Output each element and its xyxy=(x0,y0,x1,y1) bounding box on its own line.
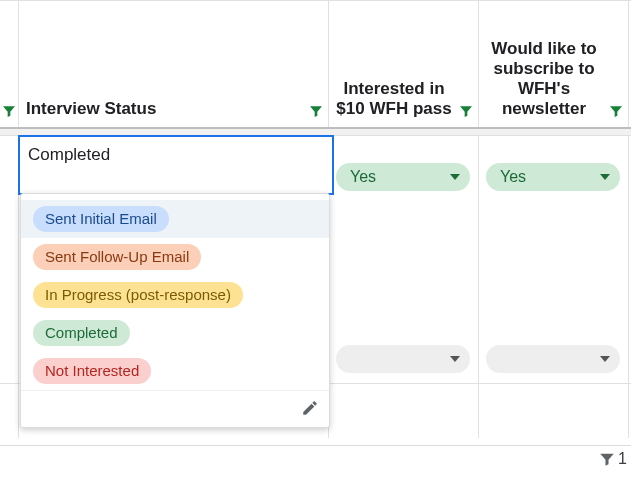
dropdown-options-panel: Sent Initial EmailSent Follow-Up EmailIn… xyxy=(20,193,330,428)
dropdown-chip[interactable]: Yes xyxy=(336,163,470,191)
chip-label: Yes xyxy=(500,168,526,186)
pencil-icon[interactable] xyxy=(301,399,319,417)
dropdown-chip[interactable]: Yes xyxy=(486,163,620,191)
filter-icon[interactable] xyxy=(608,103,624,119)
dropdown-list: Sent Initial EmailSent Follow-Up EmailIn… xyxy=(21,194,329,390)
header-cell-newsletter[interactable]: Would like to subscribe to WFH's newslet… xyxy=(478,1,629,127)
option-chip: In Progress (post-response) xyxy=(33,282,243,308)
row-leading-cell xyxy=(0,384,19,438)
chevron-down-icon xyxy=(450,174,460,180)
cell-wfh-pass[interactable]: Yes xyxy=(328,135,479,383)
chip-label: Yes xyxy=(350,168,376,186)
column-label: Would like to subscribe to WFH's newslet… xyxy=(482,39,606,119)
dropdown-option[interactable]: Completed xyxy=(21,314,329,352)
dropdown-option[interactable]: In Progress (post-response) xyxy=(21,276,329,314)
option-chip: Completed xyxy=(33,320,130,346)
dropdown-chip[interactable] xyxy=(486,345,620,373)
column-label: Interested in $10 WFH pass xyxy=(332,79,456,119)
column-label: Interview Status xyxy=(26,99,306,119)
spreadsheet-viewport: Interview Status Interested in $10 WFH p… xyxy=(0,0,631,501)
chevron-down-icon xyxy=(600,356,610,362)
cell-newsletter[interactable]: Yes xyxy=(478,135,629,383)
dropdown-option[interactable]: Sent Follow-Up Email xyxy=(21,238,329,276)
cell-input[interactable] xyxy=(20,137,348,169)
chevron-down-icon xyxy=(600,174,610,180)
active-cell-editor[interactable] xyxy=(18,135,334,195)
filtered-rows-count: 1 xyxy=(618,450,627,468)
filter-icon[interactable] xyxy=(598,450,616,468)
dropdown-footer xyxy=(21,390,329,427)
header-cell-wfh-pass[interactable]: Interested in $10 WFH pass xyxy=(328,1,479,127)
cell-newsletter[interactable] xyxy=(478,384,629,438)
option-chip: Not Interested xyxy=(33,358,151,384)
filter-icon[interactable] xyxy=(308,103,324,119)
dropdown-option[interactable]: Sent Initial Email xyxy=(21,200,329,238)
header-cell-leading xyxy=(0,1,19,127)
dropdown-option[interactable]: Not Interested xyxy=(21,352,329,390)
chevron-down-icon xyxy=(450,356,460,362)
filter-icon[interactable] xyxy=(1,103,17,119)
filter-icon[interactable] xyxy=(458,103,474,119)
option-chip: Sent Initial Email xyxy=(33,206,169,232)
dropdown-chip[interactable] xyxy=(336,345,470,373)
header-cell-interview-status[interactable]: Interview Status xyxy=(18,1,329,127)
row-leading-cell xyxy=(0,135,19,383)
sheet-footer: 1 xyxy=(0,445,631,501)
option-chip: Sent Follow-Up Email xyxy=(33,244,201,270)
column-header-row: Interview Status Interested in $10 WFH p… xyxy=(0,1,631,129)
cell-wfh-pass[interactable] xyxy=(328,384,479,438)
